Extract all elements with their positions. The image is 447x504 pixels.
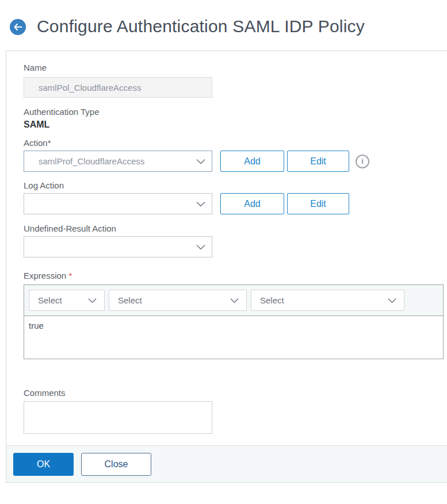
page-header: Configure Authentication SAML IDP Policy xyxy=(0,0,447,51)
form-panel: Name Authentication Type SAML Action* sa… xyxy=(6,51,447,483)
expression-select-2[interactable]: Select xyxy=(109,290,247,311)
expression-select-1[interactable]: Select xyxy=(29,290,105,311)
expression-editor: Select Select Select xyxy=(24,284,444,359)
expression-label: Expression * xyxy=(24,271,447,280)
action-row: samlProf_CloudflareAccess Add Edit i xyxy=(24,151,447,172)
authentication-type-value: SAML xyxy=(24,120,447,129)
arrow-left-icon xyxy=(14,24,22,30)
log-action-label: Log Action xyxy=(24,181,447,190)
chevron-down-icon xyxy=(196,201,205,206)
expression-select-2-value: Select xyxy=(118,295,142,305)
chevron-down-icon xyxy=(230,298,239,303)
name-input xyxy=(24,77,212,98)
form-content: Name Authentication Type SAML Action* sa… xyxy=(6,51,447,445)
action-dropdown[interactable]: samlProf_CloudflareAccess xyxy=(24,151,212,172)
expression-select-3[interactable]: Select xyxy=(251,290,404,311)
name-label: Name xyxy=(24,63,447,72)
chevron-down-icon xyxy=(196,244,205,249)
log-action-dropdown[interactable] xyxy=(24,193,212,214)
expression-input[interactable]: true xyxy=(24,316,443,359)
action-dropdown-value: samlProf_CloudflareAccess xyxy=(39,156,144,166)
chevron-down-icon xyxy=(88,298,97,303)
undefined-result-action-dropdown[interactable] xyxy=(24,236,212,257)
action-footer: OK Close xyxy=(6,445,447,483)
expression-select-3-value: Select xyxy=(260,295,284,305)
undefined-result-action-label: Undefined-Result Action xyxy=(24,224,447,233)
action-edit-button[interactable]: Edit xyxy=(287,151,349,172)
ok-button[interactable]: OK xyxy=(13,453,74,476)
log-action-edit-button[interactable]: Edit xyxy=(287,193,349,214)
chevron-down-icon xyxy=(388,298,396,303)
close-button[interactable]: Close xyxy=(81,453,151,476)
chevron-down-icon xyxy=(196,159,205,164)
info-icon[interactable]: i xyxy=(356,155,369,168)
undefined-result-action-row xyxy=(24,236,447,257)
expression-select-1-value: Select xyxy=(38,295,62,305)
info-icon-glyph: i xyxy=(361,157,364,166)
action-label: Action* xyxy=(24,138,447,147)
back-button[interactable] xyxy=(10,19,26,35)
log-action-add-button[interactable]: Add xyxy=(220,193,284,214)
authentication-type-label: Authentication Type xyxy=(24,107,447,116)
required-asterisk: * xyxy=(68,271,72,280)
page-title: Configure Authentication SAML IDP Policy xyxy=(37,17,365,36)
comments-input[interactable] xyxy=(24,401,212,434)
log-action-row: Add Edit xyxy=(24,193,447,214)
expression-toolbar: Select Select Select xyxy=(24,285,443,316)
comments-label: Comments xyxy=(24,388,447,397)
expression-label-text: Expression xyxy=(24,271,66,280)
action-add-button[interactable]: Add xyxy=(220,151,284,172)
configure-saml-idp-policy-screen: Configure Authentication SAML IDP Policy… xyxy=(0,0,447,504)
